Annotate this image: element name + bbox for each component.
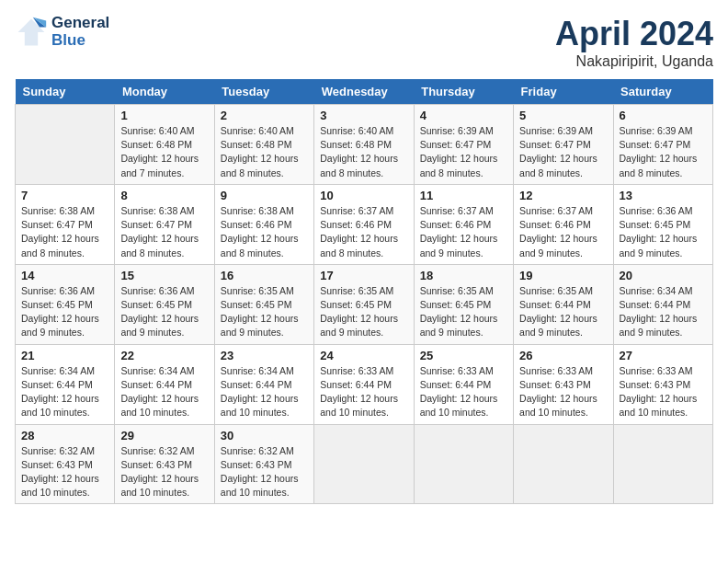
day-info: Sunrise: 6:37 AMSunset: 6:46 PMDaylight:… (519, 204, 607, 260)
day-header-tuesday: Tuesday (214, 79, 313, 105)
day-info: Sunrise: 6:34 AMSunset: 6:44 PMDaylight:… (221, 364, 308, 420)
calendar-cell: 4Sunrise: 6:39 AMSunset: 6:47 PMDaylight… (414, 105, 513, 185)
calendar-cell: 1Sunrise: 6:40 AMSunset: 6:48 PMDaylight… (115, 105, 214, 185)
calendar-cell (514, 424, 613, 504)
day-number: 26 (519, 349, 607, 362)
day-number: 29 (120, 429, 208, 442)
day-number: 14 (21, 269, 108, 282)
calendar-cell: 22Sunrise: 6:34 AMSunset: 6:44 PMDayligh… (115, 344, 214, 424)
calendar-cell (314, 424, 414, 504)
logo-icon (15, 16, 48, 49)
day-info: Sunrise: 6:37 AMSunset: 6:46 PMDaylight:… (420, 204, 507, 260)
day-info: Sunrise: 6:38 AMSunset: 6:47 PMDaylight:… (21, 204, 108, 260)
day-number: 19 (519, 269, 607, 282)
day-number: 12 (519, 189, 607, 202)
calendar-cell: 6Sunrise: 6:39 AMSunset: 6:47 PMDaylight… (613, 105, 712, 185)
calendar-header-row: SundayMondayTuesdayWednesdayThursdayFrid… (16, 79, 713, 105)
day-info: Sunrise: 6:34 AMSunset: 6:44 PMDaylight:… (120, 364, 208, 420)
day-info: Sunrise: 6:33 AMSunset: 6:43 PMDaylight:… (519, 364, 607, 420)
day-info: Sunrise: 6:36 AMSunset: 6:45 PMDaylight:… (21, 284, 108, 340)
calendar-cell: 28Sunrise: 6:32 AMSunset: 6:43 PMDayligh… (16, 424, 115, 504)
day-info: Sunrise: 6:38 AMSunset: 6:46 PMDaylight:… (221, 204, 308, 260)
calendar-cell: 16Sunrise: 6:35 AMSunset: 6:45 PMDayligh… (214, 264, 313, 344)
calendar-cell: 12Sunrise: 6:37 AMSunset: 6:46 PMDayligh… (514, 184, 613, 264)
day-number: 24 (320, 349, 407, 362)
day-number: 27 (620, 349, 707, 362)
day-info: Sunrise: 6:33 AMSunset: 6:43 PMDaylight:… (620, 364, 707, 420)
day-number: 8 (120, 189, 208, 202)
calendar-cell: 26Sunrise: 6:33 AMSunset: 6:43 PMDayligh… (514, 344, 613, 424)
logo: General Blue (15, 15, 109, 49)
day-info: Sunrise: 6:40 AMSunset: 6:48 PMDaylight:… (120, 124, 208, 180)
day-info: Sunrise: 6:33 AMSunset: 6:44 PMDaylight:… (420, 364, 507, 420)
day-number: 15 (120, 269, 208, 282)
calendar-week-row: 14Sunrise: 6:36 AMSunset: 6:45 PMDayligh… (16, 264, 713, 344)
calendar-cell: 18Sunrise: 6:35 AMSunset: 6:45 PMDayligh… (414, 264, 513, 344)
calendar-cell: 10Sunrise: 6:37 AMSunset: 6:46 PMDayligh… (314, 184, 414, 264)
day-number: 9 (221, 189, 308, 202)
logo-line2: Blue (51, 31, 85, 49)
calendar-week-row: 21Sunrise: 6:34 AMSunset: 6:44 PMDayligh… (16, 344, 713, 424)
day-info: Sunrise: 6:37 AMSunset: 6:46 PMDaylight:… (320, 204, 407, 260)
day-number: 21 (21, 349, 108, 362)
day-number: 30 (221, 429, 308, 442)
day-header-thursday: Thursday (414, 79, 513, 105)
day-info: Sunrise: 6:32 AMSunset: 6:43 PMDaylight:… (221, 444, 308, 500)
day-number: 16 (221, 269, 308, 282)
calendar-cell: 13Sunrise: 6:36 AMSunset: 6:45 PMDayligh… (613, 184, 712, 264)
day-header-friday: Friday (514, 79, 613, 105)
day-info: Sunrise: 6:38 AMSunset: 6:47 PMDaylight:… (120, 204, 208, 260)
day-number: 1 (120, 109, 208, 122)
day-number: 3 (320, 109, 407, 122)
day-info: Sunrise: 6:36 AMSunset: 6:45 PMDaylight:… (120, 284, 208, 340)
day-number: 25 (420, 349, 507, 362)
day-info: Sunrise: 6:35 AMSunset: 6:45 PMDaylight:… (420, 284, 507, 340)
calendar-week-row: 7Sunrise: 6:38 AMSunset: 6:47 PMDaylight… (16, 184, 713, 264)
calendar-cell: 27Sunrise: 6:33 AMSunset: 6:43 PMDayligh… (613, 344, 712, 424)
day-number: 6 (620, 109, 707, 122)
calendar-cell: 3Sunrise: 6:40 AMSunset: 6:48 PMDaylight… (314, 105, 414, 185)
day-number: 23 (221, 349, 308, 362)
calendar-cell: 21Sunrise: 6:34 AMSunset: 6:44 PMDayligh… (16, 344, 115, 424)
calendar-cell (16, 105, 115, 185)
day-number: 4 (420, 109, 507, 122)
location: Nakapiripirit, Uganda (555, 53, 713, 70)
calendar-cell: 7Sunrise: 6:38 AMSunset: 6:47 PMDaylight… (16, 184, 115, 264)
day-info: Sunrise: 6:33 AMSunset: 6:44 PMDaylight:… (320, 364, 407, 420)
calendar-cell (613, 424, 712, 504)
logo-line1: General (51, 14, 109, 31)
day-info: Sunrise: 6:35 AMSunset: 6:45 PMDaylight:… (320, 284, 407, 340)
day-number: 2 (221, 109, 308, 122)
calendar-week-row: 28Sunrise: 6:32 AMSunset: 6:43 PMDayligh… (16, 424, 713, 504)
day-info: Sunrise: 6:35 AMSunset: 6:45 PMDaylight:… (221, 284, 308, 340)
day-header-monday: Monday (115, 79, 214, 105)
day-number: 20 (620, 269, 707, 282)
day-number: 11 (420, 189, 507, 202)
calendar-cell: 25Sunrise: 6:33 AMSunset: 6:44 PMDayligh… (414, 344, 513, 424)
logo-text: General Blue (51, 15, 109, 49)
day-header-wednesday: Wednesday (314, 79, 414, 105)
calendar-cell: 19Sunrise: 6:35 AMSunset: 6:44 PMDayligh… (514, 264, 613, 344)
calendar-week-row: 1Sunrise: 6:40 AMSunset: 6:48 PMDaylight… (16, 105, 713, 185)
calendar-cell: 9Sunrise: 6:38 AMSunset: 6:46 PMDaylight… (214, 184, 313, 264)
day-info: Sunrise: 6:39 AMSunset: 6:47 PMDaylight:… (420, 124, 507, 180)
title-block: April 2024 Nakapiripirit, Uganda (555, 15, 713, 70)
calendar-cell: 20Sunrise: 6:34 AMSunset: 6:44 PMDayligh… (613, 264, 712, 344)
calendar-table: SundayMondayTuesdayWednesdayThursdayFrid… (15, 79, 713, 504)
calendar-cell: 11Sunrise: 6:37 AMSunset: 6:46 PMDayligh… (414, 184, 513, 264)
calendar-cell: 5Sunrise: 6:39 AMSunset: 6:47 PMDaylight… (514, 105, 613, 185)
calendar-cell: 24Sunrise: 6:33 AMSunset: 6:44 PMDayligh… (314, 344, 414, 424)
page-header: General Blue April 2024 Nakapiripirit, U… (15, 15, 713, 70)
day-header-saturday: Saturday (613, 79, 712, 105)
day-info: Sunrise: 6:40 AMSunset: 6:48 PMDaylight:… (221, 124, 308, 180)
day-number: 17 (320, 269, 407, 282)
day-info: Sunrise: 6:32 AMSunset: 6:43 PMDaylight:… (120, 444, 208, 500)
day-info: Sunrise: 6:39 AMSunset: 6:47 PMDaylight:… (620, 124, 707, 180)
day-number: 18 (420, 269, 507, 282)
day-info: Sunrise: 6:34 AMSunset: 6:44 PMDaylight:… (620, 284, 707, 340)
day-info: Sunrise: 6:40 AMSunset: 6:48 PMDaylight:… (320, 124, 407, 180)
day-number: 7 (21, 189, 108, 202)
calendar-cell: 17Sunrise: 6:35 AMSunset: 6:45 PMDayligh… (314, 264, 414, 344)
calendar-cell: 15Sunrise: 6:36 AMSunset: 6:45 PMDayligh… (115, 264, 214, 344)
day-number: 5 (519, 109, 607, 122)
